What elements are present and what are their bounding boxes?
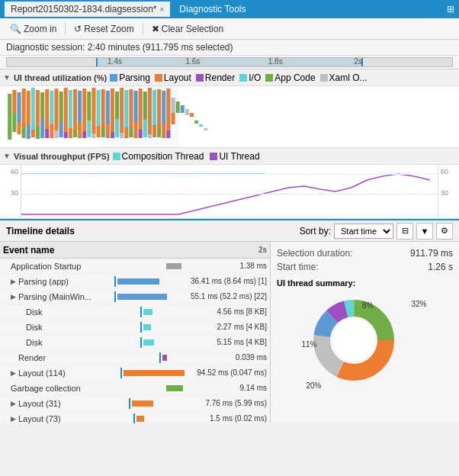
event-bar — [124, 370, 185, 376]
event-bar-area — [114, 276, 191, 287]
indent-line — [120, 368, 122, 378]
chart1-svg — [0, 86, 459, 147]
expand-icon[interactable]: ▶ — [11, 293, 18, 301]
fps-right-labels: 60 30 — [438, 165, 459, 218]
svg-rect-72 — [181, 105, 185, 113]
legend-swatch-layout — [155, 74, 162, 82]
svg-rect-18 — [50, 124, 53, 138]
list-item[interactable]: ▶ Layout (73) 1.5 ms (0.02 ms) — [0, 411, 270, 423]
title-bar: Report20150302-1834.diagsession* × Diagn… — [0, 0, 459, 18]
event-time: 55.1 ms (52.2 ms) [22] — [191, 292, 267, 301]
svg-rect-0 — [8, 94, 11, 140]
group-button[interactable]: ⊟ — [396, 223, 413, 240]
event-name: Disk — [26, 338, 140, 347]
list-item[interactable]: ▶ Layout (114) 94.52 ms (0.047 ms) — [0, 365, 270, 381]
legend-swatch-parsing — [110, 74, 117, 82]
reset-zoom-icon: ↺ — [74, 24, 82, 34]
event-time: 5.15 ms [4 KB] — [217, 338, 267, 346]
chart1-legend: Parsing Layout Render I/O App Code Xaml … — [110, 72, 367, 83]
svg-rect-37 — [97, 90, 101, 126]
svg-rect-20 — [54, 130, 58, 138]
chart2-collapse[interactable]: ▼ — [3, 152, 11, 160]
zoom-in-button[interactable]: 🔍 Zoom in — [5, 21, 62, 37]
fps-label-30-left: 30 — [11, 189, 18, 197]
details-panel: Timeline details Sort by: Start time Dur… — [0, 219, 459, 423]
legend-swatch-io — [239, 74, 247, 82]
settings-button[interactable]: ⚙ — [436, 223, 453, 240]
ruler-track — [6, 57, 453, 67]
legend-swatch-comp — [113, 153, 120, 160]
indent-line — [133, 413, 135, 424]
event-bar — [143, 324, 151, 330]
filter-button[interactable]: ▼ — [416, 223, 433, 240]
event-name: Parsing (MainWin... — [18, 292, 114, 301]
svg-rect-29 — [78, 91, 82, 123]
list-item[interactable]: ▶ Parsing (app) 36.41 ms (8.64 ms) [1] — [0, 274, 270, 289]
svg-rect-21 — [59, 92, 63, 122]
svg-rect-6 — [22, 127, 26, 138]
svg-rect-23 — [64, 88, 68, 132]
expand-icon[interactable]: ▶ — [11, 278, 18, 285]
ruler-label-2: 1.6s — [185, 57, 200, 66]
ruler-label-3: 1.8s — [268, 57, 283, 66]
clear-selection-button[interactable]: ✖ Clear Selection — [146, 21, 229, 37]
indent-line — [129, 398, 130, 409]
list-item[interactable]: Garbage collection 9.14 ms — [0, 381, 270, 396]
event-list: Application Startup 1.38 ms ▶ Parsing (a… — [0, 259, 270, 423]
event-time: 4.56 ms [8 KB] — [217, 307, 267, 316]
svg-rect-35 — [91, 88, 95, 133]
list-item[interactable]: ▶ Parsing (MainWin... 55.1 ms (52.2 ms) … — [0, 289, 270, 304]
list-item[interactable]: Disk 4.56 ms [8 KB] — [0, 304, 270, 320]
active-tab[interactable]: Report20150302-1834.diagsession* × — [5, 2, 170, 17]
window-title: Diagnostic Tools — [173, 2, 252, 16]
list-item[interactable]: ▶ Layout (31) 7.76 ms (5.99 ms) — [0, 396, 270, 411]
event-bar-area — [163, 263, 239, 269]
event-name: Layout (73) — [18, 414, 133, 423]
list-item[interactable]: Application Startup 1.38 ms — [0, 259, 270, 274]
event-time: 36.41 ms (8.64 ms) [1] — [191, 277, 267, 285]
list-item[interactable]: Disk 5.15 ms [4 KB] — [0, 335, 270, 350]
list-item[interactable]: Render 0.039 ms — [0, 350, 270, 365]
expand-icon[interactable]: ▶ — [11, 415, 18, 423]
event-time: 2.27 ms [4 KB] — [217, 323, 267, 331]
timeline-list: Event name 2s Application Startup 1.38 m… — [0, 242, 271, 423]
expand-icon[interactable]: ▶ — [11, 400, 18, 407]
svg-rect-17 — [50, 91, 53, 124]
svg-rect-76 — [199, 124, 203, 127]
svg-rect-77 — [204, 128, 207, 130]
chart2-legend: Composition Thread UI Thread — [113, 151, 260, 162]
event-name: Garbage collection — [11, 384, 163, 393]
svg-point-87 — [332, 319, 375, 362]
event-bar — [136, 416, 144, 422]
title-bar-left: Report20150302-1834.diagsession* × Diagn… — [5, 2, 252, 17]
pin-icon[interactable]: ⊞ — [447, 4, 454, 14]
fps-label-60-right: 60 — [441, 168, 448, 175]
event-bar-area — [120, 368, 197, 378]
expand-icon[interactable]: ▶ — [11, 369, 18, 377]
pct-8: 8% — [362, 301, 373, 310]
list-item[interactable]: Disk 2.27 ms [4 KB] — [0, 320, 270, 335]
chart2-header: ▼ Visual throughput (FPS) Composition Th… — [0, 148, 459, 165]
svg-rect-8 — [27, 125, 30, 139]
col-header-event: Event name — [3, 245, 252, 256]
event-bar-area — [140, 307, 217, 317]
legend-appcode: App Code — [265, 72, 315, 83]
svg-rect-14 — [40, 119, 44, 138]
tab-name: Report20150302-1834.diagsession* — [11, 4, 156, 14]
event-bar-area — [133, 413, 210, 424]
event-time: 94.52 ms (0.047 ms) — [197, 368, 267, 377]
event-name: Layout (114) — [18, 368, 120, 378]
svg-rect-28 — [73, 130, 77, 137]
legend-layout: Layout — [155, 72, 191, 83]
reset-zoom-button[interactable]: ↺ Reset Zoom — [69, 21, 139, 37]
svg-rect-4 — [17, 123, 21, 134]
event-bar-area — [114, 291, 191, 302]
svg-rect-31 — [82, 88, 86, 131]
sort-by-label: Sort by: — [300, 226, 331, 236]
svg-rect-26 — [69, 128, 72, 138]
sort-select[interactable]: Start time Duration Category — [334, 224, 393, 239]
chart1-collapse[interactable]: ▼ — [3, 73, 11, 82]
stat-start-time: Start time: 1.26 s — [277, 262, 453, 272]
event-bar — [132, 400, 153, 407]
tab-close-button[interactable]: × — [159, 5, 164, 14]
